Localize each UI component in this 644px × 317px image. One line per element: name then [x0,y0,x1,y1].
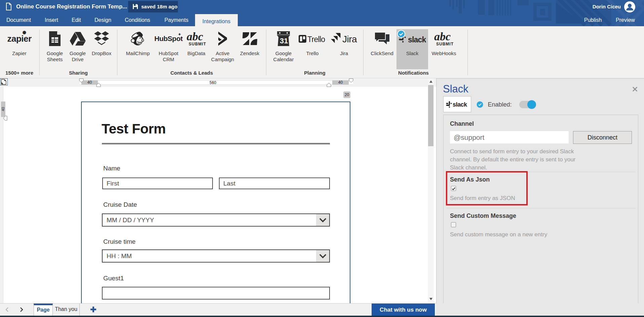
svg-text:abc: abc [187,31,203,43]
svg-text:slack: slack [408,35,426,44]
svg-text:Jira: Jira [342,34,357,44]
svg-text:abc: abc [434,31,451,43]
svg-text:Trello: Trello [307,35,325,44]
svg-text:slack: slack [453,101,467,108]
svg-text:SUBMIT: SUBMIT [189,42,206,46]
svg-text:SUBMIT: SUBMIT [436,42,454,46]
svg-text:31: 31 [280,37,288,45]
